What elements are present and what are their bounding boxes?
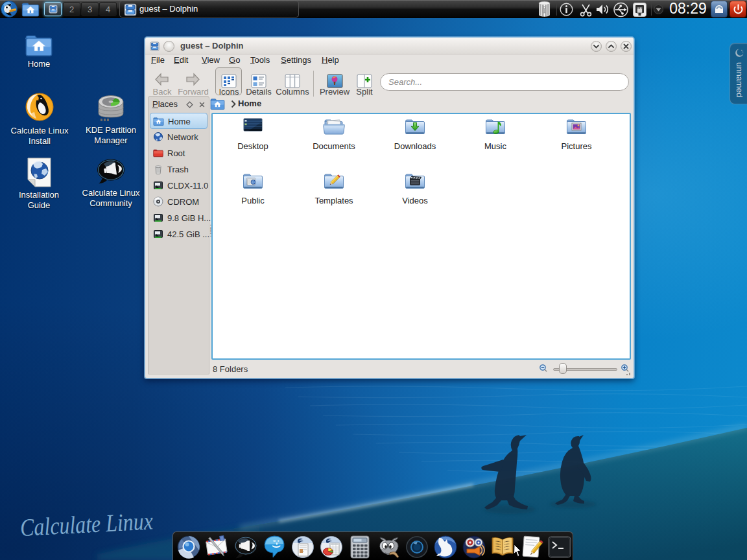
svg-text:;-): ;-) [272, 540, 282, 548]
